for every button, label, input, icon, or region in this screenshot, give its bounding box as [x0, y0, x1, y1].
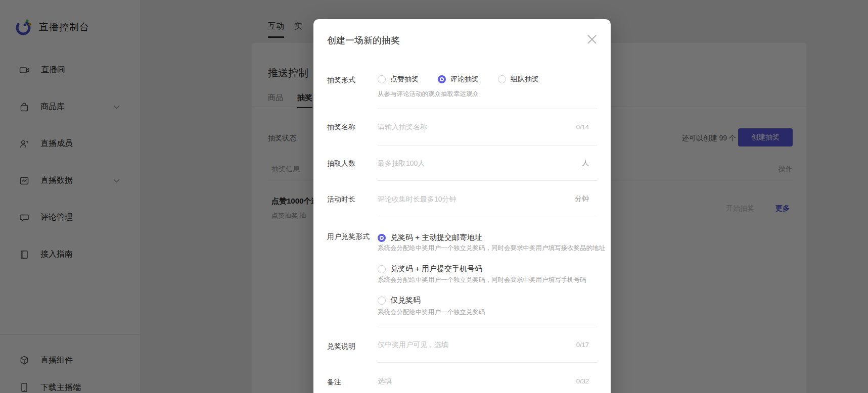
radio-label: 评论抽奖 [450, 75, 479, 84]
char-counter: 0/14 [576, 123, 589, 131]
modal-title: 创建一场新的抽奖 [327, 34, 400, 46]
create-lottery-modal: 创建一场新的抽奖 抽奖形式 点赞抽奖 评论抽奖 组队抽奖 从参与评论活动的观众抽… [313, 19, 611, 393]
radio-checked-icon[interactable] [378, 234, 386, 242]
field-label-duration: 活动时长 [327, 195, 355, 204]
redeem-option-title: 仅兑奖码 [390, 296, 421, 305]
remark-field: 0/32 [378, 363, 597, 393]
unit-suffix: 分钟 [575, 194, 589, 204]
field-label-lottery-type: 抽奖形式 [327, 76, 355, 85]
redeem-option-helper: 系统会分配给中奖用户一个独立兑奖码，同时会要求中奖用户填写手机号码 [378, 276, 586, 284]
redeem-note-input[interactable] [378, 340, 576, 349]
close-icon[interactable] [586, 34, 598, 45]
radio-icon[interactable] [378, 75, 386, 83]
redeem-option-title: 兑奖码 + 主动提交邮寄地址 [390, 233, 482, 242]
redeem-option-helper: 系统会分配给中奖用户一个独立兑奖码 [378, 308, 485, 317]
radio-label: 点赞抽奖 [390, 75, 419, 84]
field-label-redeem-type: 用户兑奖形式 [327, 232, 370, 241]
redeem-option-code-phone[interactable]: 兑奖码 + 用户提交手机号码 [378, 264, 482, 274]
field-label-lottery-name: 抽奖名称 [327, 123, 355, 132]
redeem-option-code-only[interactable]: 仅兑奖码 [378, 296, 421, 305]
redeem-note-field: 0/17 [378, 327, 597, 363]
radio-icon[interactable] [498, 75, 506, 83]
radio-option-team-lottery[interactable]: 组队抽奖 [498, 75, 539, 84]
remark-input[interactable] [378, 377, 576, 385]
duration-input[interactable] [378, 195, 575, 203]
char-counter: 0/32 [576, 377, 589, 385]
unit-suffix: 人 [582, 159, 589, 168]
radio-option-like-lottery[interactable]: 点赞抽奖 [378, 75, 419, 84]
redeem-option-helper: 系统会分配给中奖用户一个独立兑奖码，同时会要求中奖用户填写接收奖品的地址 [378, 244, 605, 253]
radio-option-comment-lottery[interactable]: 评论抽奖 [438, 75, 479, 84]
radio-checked-icon[interactable] [438, 75, 446, 83]
lottery-type-options: 点赞抽奖 评论抽奖 组队抽奖 [378, 75, 597, 84]
radio-icon[interactable] [378, 297, 386, 305]
redeem-option-title: 兑奖码 + 用户提交手机号码 [390, 264, 482, 274]
duration-field: 分钟 [378, 181, 597, 217]
redeem-option-code-address[interactable]: 兑奖码 + 主动提交邮寄地址 [378, 233, 482, 242]
radio-label: 组队抽奖 [511, 75, 539, 84]
radio-icon[interactable] [378, 265, 386, 273]
char-counter: 0/17 [576, 341, 589, 349]
lottery-name-field: 0/14 [378, 109, 597, 145]
draw-count-input[interactable] [378, 159, 582, 167]
lottery-name-input[interactable] [378, 123, 576, 131]
field-label-remark: 备注 [327, 378, 341, 387]
lottery-type-helper: 从参与评论活动的观众抽取幸运观众 [378, 90, 597, 99]
field-label-redeem-note: 兑奖说明 [327, 342, 355, 351]
field-label-draw-count: 抽取人数 [327, 159, 355, 168]
draw-count-field: 人 [378, 145, 597, 181]
